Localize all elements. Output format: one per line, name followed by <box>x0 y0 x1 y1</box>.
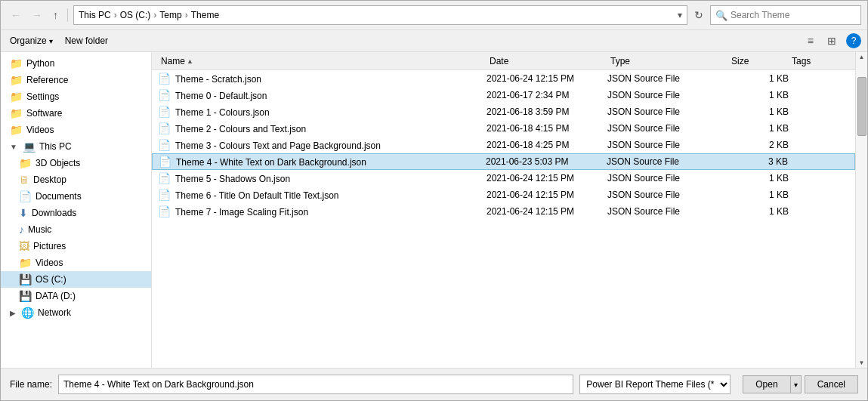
col-header-date[interactable]: Date <box>487 56 607 66</box>
drive-icon: 💾 <box>19 273 32 285</box>
right-scrollbar[interactable]: ▲ ▼ <box>855 52 867 368</box>
scrollbar-track[interactable] <box>856 62 867 358</box>
file-name-cell: 📄Theme 7 - Image Scaling Fit.json <box>158 205 487 217</box>
col-tags-label: Tags <box>792 56 811 66</box>
file-date-cell: 2021-06-23 5:03 PM <box>486 156 607 167</box>
file-name-cell: 📄Theme 0 - Default.json <box>158 89 487 101</box>
table-row[interactable]: 📄Theme 7 - Image Scaling Fit.json 2021-0… <box>152 203 855 220</box>
refresh-button[interactable]: ↻ <box>690 8 707 23</box>
file-date-cell: 2021-06-24 12:15 PM <box>487 206 607 217</box>
sidebar-item-settings[interactable]: 📁 Settings <box>1 88 151 105</box>
sidebar-item-downloads[interactable]: ⬇ Downloads <box>1 205 151 221</box>
sidebar-item-videos[interactable]: 📁 Videos <box>1 254 151 271</box>
sidebar-label-settings: Settings <box>26 91 59 102</box>
json-file-icon: 📄 <box>158 122 171 134</box>
sidebar-item-videos-top[interactable]: 📁 Videos <box>1 122 151 138</box>
breadcrumb-sep-3: › <box>185 10 188 20</box>
computer-icon: 💻 <box>23 140 36 153</box>
folder-icon: 📁 <box>10 91 23 103</box>
view-details-button[interactable]: ⊞ <box>823 33 840 48</box>
json-file-icon: 📄 <box>158 205 171 217</box>
scrollbar-thumb[interactable] <box>857 77 866 136</box>
sidebar-item-thispc[interactable]: ▼ 💻 This PC <box>1 138 151 155</box>
sidebar-item-3dobjects[interactable]: 📁 3D Objects <box>1 155 151 171</box>
file-rows-container: 📄Theme - Scratch.json 2021-06-24 12:15 P… <box>152 70 855 220</box>
sidebar-item-music[interactable]: ♪ Music <box>1 221 151 238</box>
sidebar-label-network: Network <box>38 307 71 318</box>
col-header-type[interactable]: Type <box>607 56 728 66</box>
scrollbar-up-icon[interactable]: ▲ <box>857 52 866 62</box>
file-size-cell: 1 KB <box>728 73 789 84</box>
sidebar-item-pictures[interactable]: 🖼 Pictures <box>1 238 151 254</box>
sidebar-label-reference: Reference <box>26 75 68 85</box>
sidebar-item-desktop[interactable]: 🖥 Desktop <box>1 171 151 188</box>
table-row[interactable]: 📄Theme 4 - White Text on Dark Background… <box>152 153 855 170</box>
open-dropdown-icon[interactable]: ▾ <box>790 375 802 393</box>
sidebar-label-documents: Documents <box>36 191 82 202</box>
breadcrumb-theme[interactable]: Theme <box>191 10 219 20</box>
file-type-cell: JSON Source File <box>607 173 728 184</box>
sidebar-label-music: Music <box>28 224 51 235</box>
filename-label: File name: <box>10 379 52 390</box>
scrollbar-down-icon[interactable]: ▼ <box>857 358 866 368</box>
table-row[interactable]: 📄Theme 0 - Default.json 2021-06-17 2:34 … <box>152 87 855 103</box>
sidebar-item-documents[interactable]: 📄 Documents <box>1 188 151 205</box>
breadcrumb-sep-1: › <box>114 10 117 20</box>
filetype-select[interactable]: Power BI Report Theme Files (*. <box>579 375 731 394</box>
sidebar-item-osc[interactable]: 💾 OS (C:) <box>1 271 151 288</box>
sidebar: 📁 Python 📁 Reference 📁 Settings 📁 Softwa… <box>1 52 152 368</box>
table-row[interactable]: 📄Theme 6 - Title On Default Title Text.j… <box>152 187 855 203</box>
table-row[interactable]: 📄Theme 1 - Colours.json 2021-06-18 3:59 … <box>152 103 855 120</box>
second-toolbar: Organize New folder ≡ ⊞ ? <box>1 30 867 52</box>
forward-button[interactable]: → <box>28 8 46 23</box>
sidebar-item-software[interactable]: 📁 Software <box>1 105 151 122</box>
sidebar-item-datad[interactable]: 💾 DATA (D:) <box>1 288 151 304</box>
breadcrumb-c-drive[interactable]: OS (C:) <box>120 10 151 20</box>
col-size-label: Size <box>731 56 749 66</box>
file-date-cell: 2021-06-18 3:59 PM <box>487 106 607 117</box>
organize-button[interactable]: Organize <box>7 34 56 48</box>
breadcrumb-dropdown-icon[interactable]: ▾ <box>678 10 682 20</box>
file-name-cell: 📄Theme 3 - Colours Text and Page Backgro… <box>158 139 487 151</box>
up-button[interactable]: ↑ <box>49 8 62 23</box>
music-icon: ♪ <box>19 224 24 236</box>
file-date-cell: 2021-06-18 4:15 PM <box>487 123 607 134</box>
back-button[interactable]: ← <box>7 8 25 23</box>
col-date-label: Date <box>490 56 508 66</box>
breadcrumb-thispc[interactable]: This PC <box>79 10 111 20</box>
sidebar-item-network[interactable]: ▶ 🌐 Network <box>1 304 151 321</box>
view-list-button[interactable]: ≡ <box>804 33 817 48</box>
search-box[interactable]: 🔍 <box>710 5 861 25</box>
sidebar-item-python[interactable]: 📁 Python <box>1 55 151 72</box>
sidebar-label-software: Software <box>26 108 62 119</box>
file-size-cell: 1 KB <box>728 173 789 184</box>
breadcrumb-bar[interactable]: This PC › OS (C:) › Temp › Theme ▾ <box>73 5 687 25</box>
help-button[interactable]: ? <box>846 33 861 48</box>
folder-icon: 🖼 <box>19 240 29 252</box>
col-header-name[interactable]: Name ▲ <box>158 56 487 66</box>
file-type-cell: JSON Source File <box>607 73 728 84</box>
table-row[interactable]: 📄Theme 3 - Colours Text and Page Backgro… <box>152 137 855 153</box>
open-button[interactable]: Open <box>743 375 789 393</box>
search-input[interactable] <box>731 10 836 20</box>
col-header-tags[interactable]: Tags <box>789 56 849 66</box>
file-date-cell: 2021-06-24 12:15 PM <box>487 173 607 184</box>
col-header-size[interactable]: Size <box>728 56 789 66</box>
table-row[interactable]: 📄Theme - Scratch.json 2021-06-24 12:15 P… <box>152 70 855 87</box>
table-row[interactable]: 📄Theme 5 - Shadows On.json 2021-06-24 12… <box>152 170 855 187</box>
file-date-cell: 2021-06-17 2:34 PM <box>487 90 607 100</box>
sidebar-label-thispc: This PC <box>39 141 72 152</box>
folder-icon: 📁 <box>10 74 23 86</box>
sidebar-label-desktop: Desktop <box>33 174 66 185</box>
folder-icon: 🖥 <box>19 174 29 186</box>
breadcrumb-temp[interactable]: Temp <box>159 10 181 20</box>
sidebar-item-reference[interactable]: 📁 Reference <box>1 72 151 88</box>
sidebar-label-videos-top: Videos <box>26 125 54 135</box>
new-folder-button[interactable]: New folder <box>62 34 111 48</box>
file-list: Name ▲ Date Type Size Tags 📄T <box>152 52 855 368</box>
filename-input[interactable] <box>58 375 573 394</box>
sidebar-label-osc: OS (C:) <box>36 274 66 285</box>
cancel-button[interactable]: Cancel <box>805 375 858 393</box>
table-row[interactable]: 📄Theme 2 - Colours and Text.json 2021-06… <box>152 120 855 137</box>
file-size-cell: 1 KB <box>728 90 789 100</box>
